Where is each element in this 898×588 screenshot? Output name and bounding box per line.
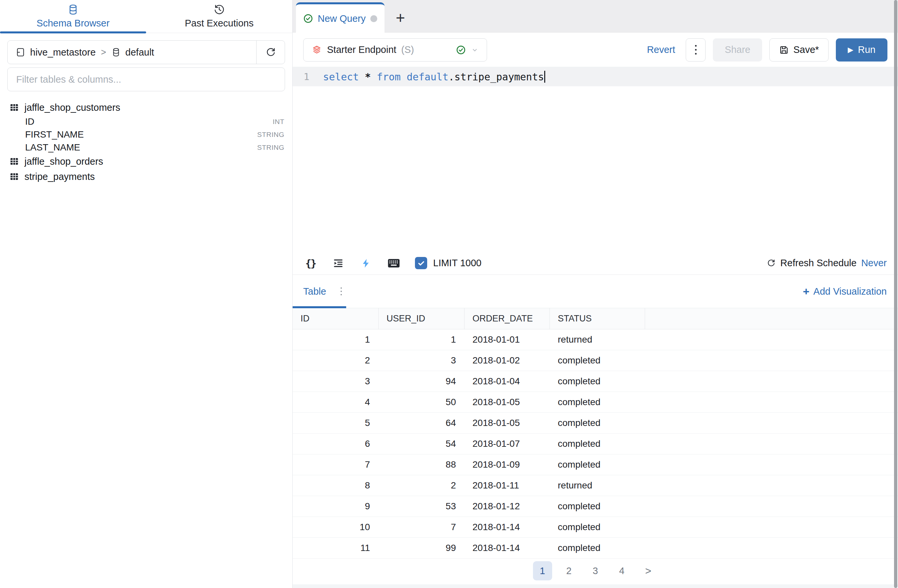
cell-status: completed (550, 397, 645, 408)
column-header-id: ID (293, 308, 378, 329)
cell-user-id: 54 (378, 439, 464, 449)
revert-link[interactable]: Revert (647, 44, 675, 55)
column-name: FIRST_NAME (25, 129, 84, 140)
tab-new-query[interactable]: New Query (296, 2, 384, 33)
tab-table-view[interactable]: Table (303, 286, 326, 297)
chevron-down-icon (471, 46, 479, 54)
table-item-stripe-payments[interactable]: stripe_payments (9, 169, 284, 184)
tab-past-executions[interactable]: Past Executions (146, 0, 292, 33)
cell-user-id: 1 (378, 334, 464, 345)
sql-editor[interactable]: 1 select * from default.stripe_payments (293, 67, 898, 252)
refresh-icon (266, 47, 276, 57)
cell-status: completed (550, 439, 645, 449)
column-type: STRING (257, 143, 284, 151)
plus-icon: + (803, 286, 809, 297)
scrollbar-thumb[interactable] (894, 0, 897, 588)
more-actions-button[interactable] (686, 38, 706, 62)
table-grid-icon (9, 103, 19, 112)
query-tab-label: New Query (318, 13, 366, 24)
cell-order-date: 2018-01-14 (464, 522, 550, 533)
tab-schema-browser[interactable]: Schema Browser (0, 0, 146, 33)
chevron-right-icon: > (645, 565, 651, 577)
column-header-user-id: USER_ID (378, 308, 464, 329)
sql-token: * (365, 71, 371, 83)
cell-id: 5 (293, 418, 378, 428)
page-button-3[interactable]: 3 (586, 561, 605, 580)
keyboard-shortcuts-button[interactable] (387, 257, 400, 270)
format-query-button[interactable] (332, 257, 345, 270)
cell-order-date: 2018-01-01 (464, 334, 550, 345)
endpoint-name: Starter Endpoint (327, 44, 397, 55)
cell-order-date: 2018-01-12 (464, 501, 550, 512)
run-button[interactable]: ▶ Run (836, 38, 887, 62)
cell-id: 10 (293, 522, 378, 533)
table-row: 1 1 2018-01-01 returned (293, 329, 898, 350)
refresh-schedule-value[interactable]: Never (861, 258, 887, 269)
cell-order-date: 2018-01-07 (464, 439, 550, 449)
save-button[interactable]: Save* (769, 38, 828, 62)
next-page-button[interactable]: > (639, 561, 658, 580)
table-item-jaffle-shop-customers[interactable]: jaffle_shop_customers (9, 100, 284, 115)
check-circle-icon (303, 14, 313, 23)
cell-status: completed (550, 459, 645, 470)
active-view-underline (293, 306, 346, 308)
cell-id: 3 (293, 376, 378, 386)
cell-order-date: 2018-01-04 (464, 376, 550, 386)
column-item-first-name[interactable]: FIRST_NAME STRING (9, 128, 284, 141)
cell-status: completed (550, 501, 645, 512)
filter-tables-input[interactable] (16, 74, 276, 85)
lightning-icon (361, 258, 371, 269)
table-row: 4 50 2018-01-05 completed (293, 392, 898, 413)
page-button-2[interactable]: 2 (560, 561, 579, 580)
refresh-schedule: Refresh Schedule Never (767, 258, 887, 269)
cell-status: returned (550, 480, 645, 491)
cell-id: 8 (293, 480, 378, 491)
table-grid-icon (9, 156, 19, 166)
refresh-icon (767, 259, 776, 268)
schema-table-list: jaffle_shop_customers ID INT FIRST_NAME … (0, 100, 292, 184)
unsaved-dot-icon (370, 15, 377, 22)
add-visualization-button[interactable]: + Add Visualization (803, 286, 887, 297)
table-row: 5 64 2018-01-05 completed (293, 413, 898, 434)
table-view-menu-button[interactable] (341, 287, 342, 296)
endpoint-selector[interactable]: Starter Endpoint (S) (303, 38, 487, 62)
limit-label: LIMIT 1000 (433, 258, 481, 269)
sql-token (371, 71, 377, 83)
limit-checkbox[interactable] (415, 257, 427, 269)
table-row: 8 2 2018-01-11 returned (293, 475, 898, 496)
layers-icon (311, 45, 322, 55)
keyboard-icon (387, 258, 400, 268)
schema-picker: hive_metastore > default (7, 40, 285, 64)
cell-user-id: 2 (378, 480, 464, 491)
new-tab-button[interactable]: + (384, 2, 416, 33)
refresh-schema-button[interactable] (256, 41, 284, 64)
save-icon (779, 45, 789, 55)
autocomplete-button[interactable] (360, 257, 373, 270)
check-icon (417, 259, 426, 268)
editor-toolbar: {} (293, 252, 898, 275)
catalog-name: hive_metastore (30, 47, 95, 58)
cell-status: returned (550, 334, 645, 345)
cell-id: 6 (293, 439, 378, 449)
history-icon (214, 4, 225, 15)
table-row: 10 7 2018-01-14 completed (293, 517, 898, 538)
share-button[interactable]: Share (713, 38, 762, 62)
sql-token: default (407, 71, 448, 83)
column-item-id[interactable]: ID INT (9, 115, 284, 128)
schema-breadcrumb[interactable]: hive_metastore > default (8, 47, 256, 58)
page-button-4[interactable]: 4 (612, 561, 632, 580)
table-name: stripe_payments (25, 171, 95, 182)
page-button-1[interactable]: 1 (533, 561, 552, 580)
cell-id: 7 (293, 459, 378, 470)
snippets-button[interactable]: {} (304, 257, 317, 270)
column-type: INT (273, 118, 284, 126)
table-item-jaffle-shop-orders[interactable]: jaffle_shop_orders (9, 154, 284, 169)
cell-status: completed (550, 418, 645, 428)
cell-status: completed (550, 522, 645, 533)
vertical-scrollbar[interactable] (893, 0, 898, 588)
column-header-order-date: ORDER_DATE (464, 308, 550, 329)
sql-token: select (323, 71, 359, 83)
results-grid-header: ID USER_ID ORDER_DATE STATUS (293, 308, 898, 329)
column-item-last-name[interactable]: LAST_NAME STRING (9, 141, 284, 154)
indent-icon (333, 258, 344, 269)
